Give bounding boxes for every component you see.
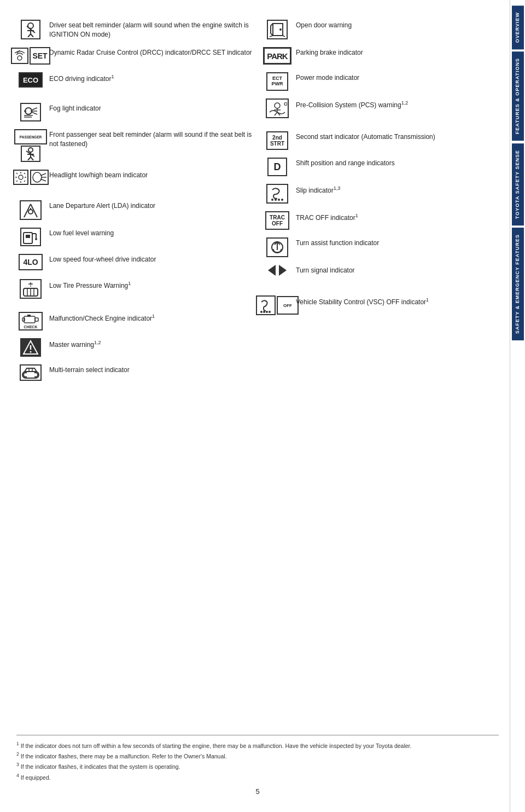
list-item: D Shift position and range indicators [263, 154, 499, 179]
list-item: Turn signal indicator [263, 262, 499, 286]
right-column: Open door warning PARK Parking brake ind… [263, 16, 499, 724]
sidebar-tab-emergency[interactable]: SAFETY & EMERGENCY FEATURES [512, 228, 524, 340]
list-item: TRAC OFF TRAC OFF indicator1 [263, 208, 499, 233]
list-item: CHECK Malfunction/Check Engine indicator… [16, 309, 252, 334]
list-item: OFF Pre-Collision System (PCS) warning1,… [263, 95, 499, 121]
tire-pressure-label: Low Tire Pressure Warning1 [49, 279, 252, 291]
eco-label: ECO driving indicator1 [49, 72, 252, 84]
svg-fuel-icon [22, 229, 39, 245]
left-column: Driver seat belt reminder (alarm will so… [16, 16, 252, 724]
svg-line-13 [32, 112, 37, 114]
svg-point-82 [266, 311, 268, 313]
list-item: PARK Parking brake indicator [263, 44, 499, 68]
svg-point-76 [278, 199, 280, 201]
two-column-layout: Driver seat belt reminder (alarm will so… [16, 16, 499, 724]
svg-point-43 [35, 238, 37, 240]
svg-pcs-icon: OFF [267, 100, 287, 117]
d-box: D [267, 158, 287, 176]
shift-position-label: Shift position and range indicators [296, 158, 499, 168]
svg-point-80 [260, 311, 262, 313]
sidebar-tab-overview[interactable]: OVERVIEW [512, 5, 524, 49]
footnote-4: 4 If equipped. [16, 772, 499, 782]
turn-signal-label: Turn signal indicator [296, 265, 499, 275]
svg-rect-51 [22, 318, 25, 321]
svg-point-75 [275, 199, 277, 201]
svg-point-77 [281, 199, 283, 201]
slip-icon [263, 184, 291, 204]
open-door-label: Open door warning [296, 20, 499, 30]
svg-turn-assist-icon [268, 239, 287, 256]
svg-vsc-person-icon [258, 298, 273, 313]
second-start-icon: 2nd STRT [263, 131, 291, 150]
main-content: Driver seat belt reminder (alarm will so… [0, 0, 525, 812]
check-engine-icon: CHECK [16, 312, 45, 330]
shift-position-icon: D [263, 158, 291, 176]
passenger-box: PASSENGER [14, 129, 47, 144]
svg-line-36 [31, 204, 37, 217]
master-warning-label: Master warning1,2 [49, 338, 252, 350]
parking-brake-icon: PARK [263, 47, 291, 65]
list-item: Master warning1,2 [16, 335, 252, 360]
svg-point-68 [275, 103, 280, 108]
sidebar-tab-features[interactable]: FEATURES & OPERATIONS [512, 51, 524, 141]
power-mode-icon: ECT PWR [263, 72, 291, 91]
turn-assist-label: Turn assist function indicator [296, 237, 499, 248]
svg-text:OFF: OFF [284, 101, 287, 107]
passenger-belt-icon: PASSENGER [16, 129, 45, 162]
svg-point-6 [18, 56, 22, 60]
svg-line-30 [24, 181, 25, 182]
tire-pressure-icon: ! [16, 279, 45, 299]
footnote-2: 2 If the indicator flashes, there may be… [16, 750, 499, 761]
svg-point-37 [28, 210, 33, 214]
svg-point-81 [263, 311, 265, 313]
lda-icon [16, 200, 45, 220]
svg-rect-40 [26, 235, 30, 238]
list-item: Headlight low/high beam indicator [16, 166, 252, 190]
fog-light-label: Fog light indicator [49, 103, 252, 113]
trac-off-label: TRAC OFF indicator1 [296, 211, 499, 223]
low-fuel-icon [16, 228, 45, 246]
list-item: ECO ECO driving indicator1 [16, 69, 252, 93]
svg-point-31 [33, 172, 42, 182]
svg-line-63 [283, 36, 285, 37]
svg-line-19 [28, 157, 31, 160]
drcc-label: Dynamic Radar Cruise Control (DRCC) indi… [49, 47, 252, 57]
list-item: PASSENGER [16, 126, 252, 165]
footnote-3: 3 If the indicator flashes, it indicates… [16, 761, 499, 771]
page-number: 5 [16, 787, 499, 796]
radar-cruise-icon [13, 49, 26, 62]
svg-line-11 [32, 108, 37, 110]
svg-headlight-beam-icon [32, 171, 47, 183]
eco-box: ECO [19, 72, 43, 88]
fourlo-icon: 4LO [16, 254, 45, 270]
eco-icon: ECO [16, 72, 45, 88]
list-item: ECT PWR Power mode indicator [263, 69, 499, 94]
low-fuel-label: Low fuel level warning [49, 228, 252, 238]
second-start-label: Second start indicator (Automatic Transm… [296, 131, 499, 142]
vsc-off-icon: OFF [263, 295, 291, 315]
list-item: Open door warning [263, 16, 499, 43]
park-box: PARK [263, 47, 291, 65]
list-item: Driver seat belt reminder (alarm will so… [16, 16, 252, 43]
list-item: Turn assist function indicator [263, 234, 499, 260]
lda-label: Lane Departure Alert (LDA) indicator [49, 200, 252, 211]
svg-point-64 [279, 28, 282, 31]
trac-off-box: TRAC OFF [265, 211, 289, 230]
parking-brake-label: Parking brake indicator [296, 47, 499, 57]
slip-label: Slip indicator1,3 [296, 184, 499, 195]
list-item: Slip indicator1,3 [263, 181, 499, 207]
list-item: SET Dynamic Radar Cruise Control (DRCC) … [16, 44, 252, 68]
svg-line-71 [275, 112, 277, 115]
svg-person-belt-icon [23, 22, 38, 37]
svg-point-74 [271, 199, 273, 201]
headlight-label: Headlight low/high beam indicator [49, 170, 252, 180]
multi-terrain-label: Multi-terrain select indicator [49, 364, 252, 375]
ect-pwr-box: ECT PWR [266, 72, 288, 91]
svg-line-35 [24, 204, 31, 217]
svg-warning-icon [22, 340, 39, 355]
sidebar-tab-safety-sense[interactable]: TOYOTA SAFETY SENSE [512, 143, 524, 225]
open-door-icon [263, 20, 291, 39]
check-engine-box: CHECK [19, 312, 43, 330]
svg-rect-53 [27, 315, 31, 317]
strt-box: 2nd STRT [266, 131, 288, 150]
